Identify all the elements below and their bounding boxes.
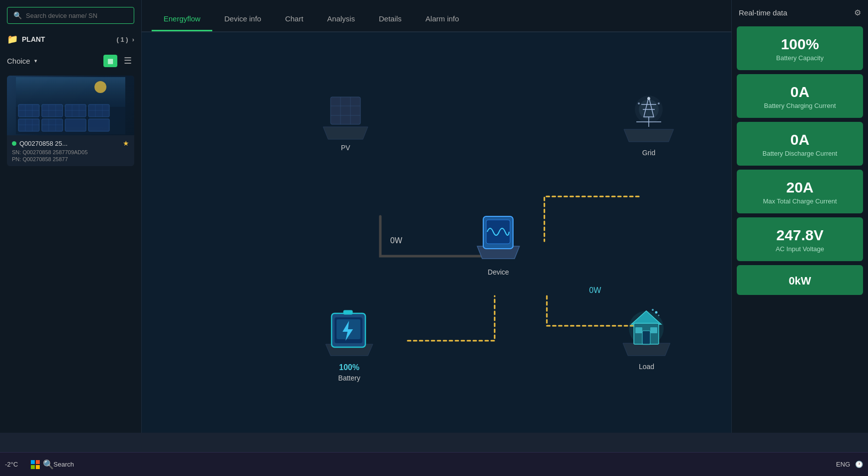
plant-count: ( 1 ): [117, 36, 128, 43]
search-icon: 🔍: [13, 11, 22, 19]
load-label: Load: [639, 363, 654, 371]
device-node[interactable]: Device: [472, 209, 524, 276]
ac-voltage-label: AC Input Voltage: [776, 245, 824, 254]
battery-discharge-value: 0A: [790, 131, 809, 148]
plant-arrow-icon[interactable]: ›: [132, 36, 134, 43]
right-panel: Real-time data ⚙ 100% Battery Capacity 0…: [731, 0, 868, 433]
svg-rect-67: [36, 460, 40, 464]
panel-header: Real-time data ⚙: [737, 5, 863, 20]
svg-rect-15: [88, 104, 109, 117]
panel-title: Real-time data: [739, 8, 787, 17]
tab-energyflow[interactable]: Energyflow: [152, 5, 212, 31]
metric-battery-charging: 0A Battery Charging Current: [737, 74, 863, 118]
svg-rect-62: [650, 327, 657, 333]
pv-icon: [318, 92, 373, 142]
svg-point-64: [652, 309, 654, 311]
windows-logo-icon: [30, 460, 40, 470]
main-content: Energyflow Device info Chart Analysis De…: [142, 0, 731, 433]
start-button[interactable]: [26, 455, 45, 474]
battery-discharge-label: Battery Discharge Current: [763, 150, 837, 158]
tab-analysis[interactable]: Analysis: [315, 5, 367, 31]
energyflow-canvas: PV: [142, 32, 731, 433]
load-icon: [618, 303, 675, 361]
battery-label: Battery: [338, 374, 360, 382]
taskbar: -2°C 🔍 Search ENG 🕐: [0, 452, 868, 476]
search-taskbar-label: Search: [54, 461, 74, 468]
svg-rect-66: [31, 460, 35, 464]
device-image: [7, 76, 134, 135]
grid-label: Grid: [642, 149, 655, 157]
battery-icon: [321, 303, 378, 363]
load-flow-value: 0W: [589, 286, 601, 295]
ac-voltage-value: 247.8V: [776, 227, 823, 243]
settings-gear-icon[interactable]: ⚙: [854, 8, 861, 17]
svg-rect-7: [42, 104, 63, 117]
taskbar-lang: ENG: [836, 461, 850, 468]
svg-rect-11: [65, 104, 86, 117]
status-indicator: [12, 141, 16, 146]
battery-charging-value: 0A: [790, 84, 809, 100]
device-icon: [472, 209, 524, 266]
battery-capacity-value: 100%: [781, 36, 819, 52]
tab-details[interactable]: Details: [367, 5, 414, 31]
plant-row: 📁 PLANT ( 1 ) ›: [0, 29, 141, 50]
favorite-star-icon[interactable]: ★: [123, 139, 129, 147]
device-label: Device: [488, 268, 509, 276]
load-node[interactable]: Load: [618, 303, 675, 371]
svg-rect-23: [42, 119, 63, 131]
svg-rect-1: [16, 77, 125, 107]
clock-icon: 🕐: [855, 461, 863, 468]
svg-rect-27: [65, 119, 86, 131]
svg-rect-3: [18, 104, 39, 117]
svg-rect-30: [331, 97, 360, 124]
plant-label: PLANT: [22, 35, 113, 43]
svg-point-41: [647, 97, 650, 100]
tab-device-info[interactable]: Device info: [212, 5, 273, 31]
svg-marker-35: [624, 129, 674, 142]
search-taskbar-icon: 🔍: [43, 459, 54, 470]
last-partial-value: 0kW: [788, 275, 811, 287]
max-charge-label: Max Total Charge Current: [763, 197, 837, 206]
tabs-bar: Energyflow Device info Chart Analysis De…: [142, 0, 731, 32]
pv-flow-value: 0W: [390, 236, 402, 245]
battery-capacity-label: Battery Capacity: [776, 54, 823, 63]
taskbar-right-area: ENG 🕐: [836, 461, 863, 468]
battery-node[interactable]: 100% Battery: [321, 303, 378, 382]
device-card[interactable]: Q00270858 25... ★ SN: Q00270858 2587709A…: [7, 76, 134, 166]
device-pn: PN: Q00270858 25877: [12, 156, 129, 162]
metric-last-partial: 0kW: [737, 265, 863, 295]
sidebar: 🔍 📁 PLANT ( 1 ) › Choice ▾ ▦ ☰: [0, 0, 142, 433]
tab-chart[interactable]: Chart: [273, 5, 315, 31]
battery-charging-label: Battery Charging Current: [764, 102, 836, 110]
svg-marker-29: [323, 127, 368, 139]
choice-label: Choice: [7, 57, 30, 65]
grid-node[interactable]: Grid: [619, 92, 679, 157]
svg-rect-69: [36, 465, 40, 469]
list-view-button[interactable]: ☰: [121, 54, 134, 68]
search-input[interactable]: [26, 12, 128, 19]
metric-max-charge: 20A Max Total Charge Current: [737, 170, 863, 213]
list-view-icon: ☰: [124, 56, 132, 66]
svg-point-2: [94, 81, 106, 93]
taskbar-temperature: -2°C: [5, 461, 18, 468]
max-charge-value: 20A: [786, 179, 813, 195]
metric-battery-capacity: 100% Battery Capacity: [737, 26, 863, 70]
choice-dropdown-icon[interactable]: ▾: [34, 58, 37, 64]
svg-point-63: [655, 311, 658, 314]
pv-node[interactable]: PV: [318, 92, 373, 152]
grid-icon: [619, 92, 679, 147]
search-bar[interactable]: 🔍: [7, 7, 134, 24]
svg-rect-19: [18, 119, 39, 131]
pv-label: PV: [341, 144, 350, 152]
search-taskbar-button[interactable]: 🔍 Search: [49, 455, 68, 474]
grid-view-icon: ▦: [107, 57, 113, 65]
metric-ac-voltage: 247.8V AC Input Voltage: [737, 217, 863, 261]
svg-rect-55: [344, 310, 352, 314]
svg-point-42: [638, 102, 640, 104]
grid-view-button[interactable]: ▦: [103, 55, 117, 67]
metric-battery-discharge: 0A Battery Discharge Current: [737, 122, 863, 166]
svg-rect-60: [642, 331, 650, 344]
device-name: Q00270858 25...: [19, 140, 68, 147]
tab-alarm-info[interactable]: Alarm info: [414, 5, 471, 31]
svg-rect-48: [486, 220, 510, 244]
